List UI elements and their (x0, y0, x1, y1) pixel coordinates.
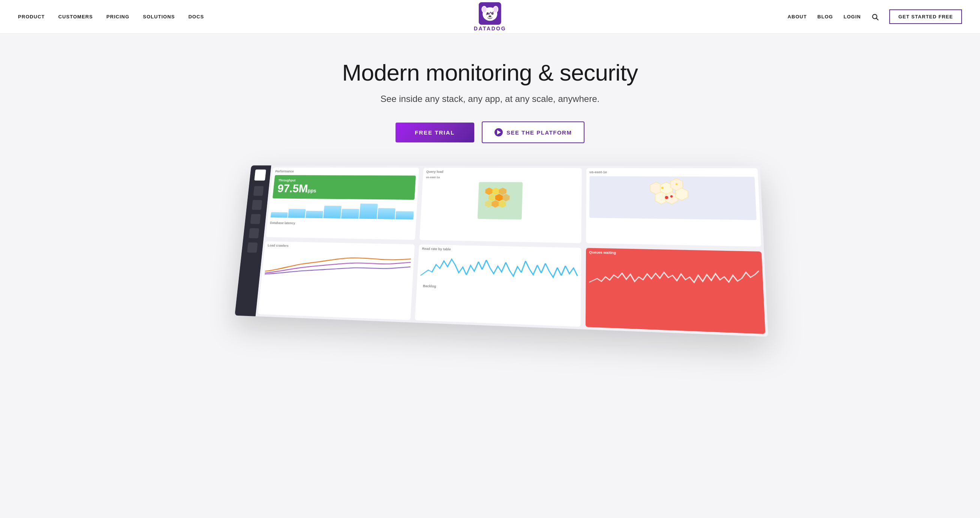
query-load-label: Query load (423, 168, 581, 175)
queues-svg (589, 257, 760, 289)
dashboard-panels: Performance Throughput 97.5Mpps (256, 166, 768, 337)
map-honeycomb-svg (642, 176, 700, 219)
search-button[interactable] (871, 13, 879, 21)
read-rate-chart (417, 251, 581, 286)
map-inner (589, 176, 757, 220)
nav-blog[interactable]: BLOG (817, 14, 833, 19)
hero-section: Modern monitoring & security See inside … (0, 34, 980, 518)
svg-point-10 (488, 15, 492, 17)
sidebar-icon-2 (251, 200, 262, 210)
db-bar (271, 212, 288, 218)
sidebar-icon-3 (250, 214, 261, 224)
get-started-button[interactable]: GET STARTED FREE (889, 10, 962, 24)
load-chart (262, 248, 415, 281)
db-bar (396, 211, 414, 220)
nav-about[interactable]: ABOUT (788, 14, 807, 19)
us-east-1a-label: us-east-1a (426, 176, 440, 179)
honeycomb-svg-green (480, 186, 520, 216)
dashboard-mockup: Performance Throughput 97.5Mpps (235, 166, 768, 337)
svg-marker-19 (485, 200, 493, 208)
svg-marker-20 (492, 200, 500, 208)
nav-pricing[interactable]: PRICING (107, 14, 129, 19)
db-latency-label: Database latency (267, 219, 416, 228)
nav-product[interactable]: PRODUCT (18, 14, 45, 19)
throughput-block: Throughput 97.5Mpps (272, 175, 416, 200)
db-bar (377, 208, 396, 219)
honeycomb-green (477, 182, 523, 220)
sidebar-icon-4 (248, 228, 259, 238)
svg-marker-17 (495, 194, 503, 201)
performance-label: Performance (272, 168, 419, 174)
see-platform-button[interactable]: SEE THE PLATFORM (482, 121, 585, 143)
queues-chart (585, 255, 763, 292)
svg-marker-18 (502, 194, 510, 202)
nav-solutions[interactable]: SOLUTIONS (143, 14, 175, 19)
db-bar (359, 203, 377, 219)
nav-docs[interactable]: DOCS (188, 14, 204, 19)
play-triangle (497, 130, 501, 135)
load-chart-svg (265, 249, 411, 279)
hero-buttons: FREE TRIAL SEE THE PLATFORM (396, 121, 585, 143)
play-icon (495, 128, 503, 137)
svg-marker-13 (485, 188, 493, 195)
svg-marker-14 (492, 188, 500, 195)
db-bar (323, 206, 341, 219)
sidebar-logo (254, 169, 266, 180)
header: PRODUCT CUSTOMERS PRICING SOLUTIONS DOCS (0, 0, 980, 34)
free-trial-button[interactable]: FREE TRIAL (396, 122, 474, 143)
nav-right: ABOUT BLOG LOGIN GET STARTED FREE (788, 10, 962, 24)
nav-left: PRODUCT CUSTOMERS PRICING SOLUTIONS DOCS (18, 14, 204, 19)
logo-text: DATADOG (474, 25, 506, 32)
svg-marker-21 (498, 200, 506, 208)
read-rate-svg (420, 253, 578, 284)
dashboard-mockup-wrap: Performance Throughput 97.5Mpps (228, 166, 752, 323)
load-crawlers-panel: Load crawlers (258, 242, 415, 320)
svg-marker-16 (488, 194, 496, 201)
svg-line-12 (877, 18, 878, 20)
nav-login[interactable]: LOGIN (843, 14, 861, 19)
sidebar-icon-1 (253, 186, 264, 196)
sidebar-icon-5 (247, 243, 258, 253)
search-icon (871, 13, 879, 21)
us-east-map-panel: us-east-1e (586, 168, 761, 246)
hero-subheadline: See inside any stack, any app, at any sc… (380, 94, 600, 104)
backlog-label: Backlog (420, 282, 439, 289)
db-bar (288, 209, 305, 218)
see-platform-label: SEE THE PLATFORM (506, 129, 572, 136)
performance-panel: Performance Throughput 97.5Mpps (266, 168, 419, 240)
hero-headline: Modern monitoring & security (342, 60, 638, 86)
svg-marker-15 (499, 188, 506, 195)
query-load-panel: Query load us-east-1a (420, 168, 581, 243)
throughput-value: 97.5Mpps (277, 182, 411, 196)
db-bar (305, 211, 323, 219)
logo-link[interactable]: DATADOG (474, 2, 506, 32)
us-east-1e-label: us-east-1e (586, 168, 758, 175)
read-rate-panel: Read rate by table Backlog (415, 245, 581, 327)
nav-customers[interactable]: CUSTOMERS (59, 14, 93, 19)
queues-panel: Queues waiting (585, 248, 765, 334)
db-bar (341, 209, 359, 219)
datadog-logo-icon (479, 2, 501, 25)
